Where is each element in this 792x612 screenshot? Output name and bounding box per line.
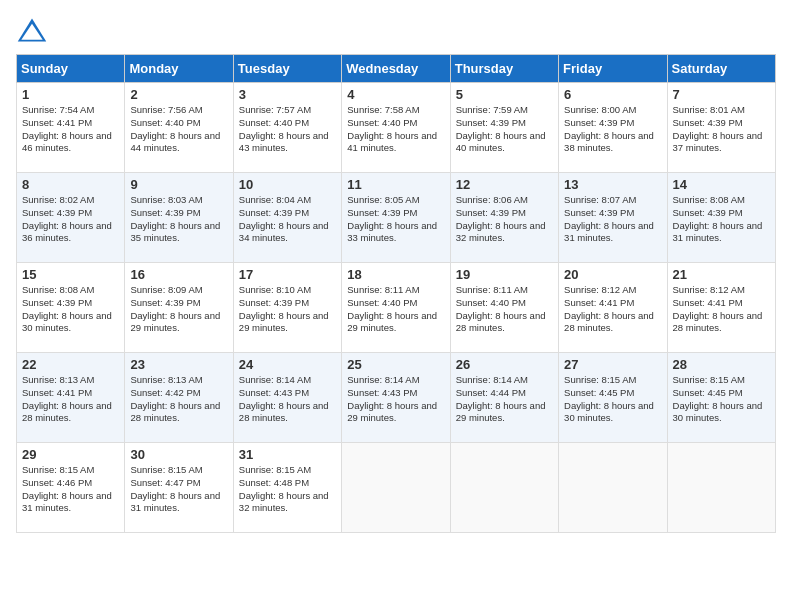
cell-info: Sunrise: 8:09 AMSunset: 4:39 PMDaylight:…: [130, 284, 227, 335]
cell-info: Sunrise: 8:13 AMSunset: 4:42 PMDaylight:…: [130, 374, 227, 425]
day-number: 21: [673, 267, 770, 282]
day-number: 12: [456, 177, 553, 192]
col-header-thursday: Thursday: [450, 55, 558, 83]
calendar-cell: 8 Sunrise: 8:02 AMSunset: 4:39 PMDayligh…: [17, 173, 125, 263]
calendar-header-row: SundayMondayTuesdayWednesdayThursdayFrid…: [17, 55, 776, 83]
cell-info: Sunrise: 8:12 AMSunset: 4:41 PMDaylight:…: [673, 284, 770, 335]
day-number: 3: [239, 87, 336, 102]
calendar-cell: 26 Sunrise: 8:14 AMSunset: 4:44 PMDaylig…: [450, 353, 558, 443]
cell-info: Sunrise: 8:06 AMSunset: 4:39 PMDaylight:…: [456, 194, 553, 245]
calendar-cell: 16 Sunrise: 8:09 AMSunset: 4:39 PMDaylig…: [125, 263, 233, 353]
logo: [16, 16, 52, 44]
calendar-cell: 14 Sunrise: 8:08 AMSunset: 4:39 PMDaylig…: [667, 173, 775, 263]
cell-info: Sunrise: 7:58 AMSunset: 4:40 PMDaylight:…: [347, 104, 444, 155]
day-number: 15: [22, 267, 119, 282]
calendar-cell: 28 Sunrise: 8:15 AMSunset: 4:45 PMDaylig…: [667, 353, 775, 443]
calendar-cell: 23 Sunrise: 8:13 AMSunset: 4:42 PMDaylig…: [125, 353, 233, 443]
calendar-cell: 19 Sunrise: 8:11 AMSunset: 4:40 PMDaylig…: [450, 263, 558, 353]
day-number: 7: [673, 87, 770, 102]
cell-info: Sunrise: 8:03 AMSunset: 4:39 PMDaylight:…: [130, 194, 227, 245]
calendar-cell: 17 Sunrise: 8:10 AMSunset: 4:39 PMDaylig…: [233, 263, 341, 353]
cell-info: Sunrise: 8:15 AMSunset: 4:46 PMDaylight:…: [22, 464, 119, 515]
cell-info: Sunrise: 8:15 AMSunset: 4:47 PMDaylight:…: [130, 464, 227, 515]
cell-info: Sunrise: 8:11 AMSunset: 4:40 PMDaylight:…: [347, 284, 444, 335]
calendar-cell: 15 Sunrise: 8:08 AMSunset: 4:39 PMDaylig…: [17, 263, 125, 353]
calendar-cell: 7 Sunrise: 8:01 AMSunset: 4:39 PMDayligh…: [667, 83, 775, 173]
calendar-cell: 25 Sunrise: 8:14 AMSunset: 4:43 PMDaylig…: [342, 353, 450, 443]
cell-info: Sunrise: 8:14 AMSunset: 4:43 PMDaylight:…: [239, 374, 336, 425]
cell-info: Sunrise: 8:08 AMSunset: 4:39 PMDaylight:…: [22, 284, 119, 335]
cell-info: Sunrise: 8:08 AMSunset: 4:39 PMDaylight:…: [673, 194, 770, 245]
cell-info: Sunrise: 8:01 AMSunset: 4:39 PMDaylight:…: [673, 104, 770, 155]
day-number: 8: [22, 177, 119, 192]
calendar-cell: 6 Sunrise: 8:00 AMSunset: 4:39 PMDayligh…: [559, 83, 667, 173]
calendar-cell: 20 Sunrise: 8:12 AMSunset: 4:41 PMDaylig…: [559, 263, 667, 353]
cell-info: Sunrise: 8:05 AMSunset: 4:39 PMDaylight:…: [347, 194, 444, 245]
day-number: 23: [130, 357, 227, 372]
calendar-cell: 31 Sunrise: 8:15 AMSunset: 4:48 PMDaylig…: [233, 443, 341, 533]
calendar-cell: 12 Sunrise: 8:06 AMSunset: 4:39 PMDaylig…: [450, 173, 558, 263]
cell-info: Sunrise: 7:54 AMSunset: 4:41 PMDaylight:…: [22, 104, 119, 155]
col-header-friday: Friday: [559, 55, 667, 83]
calendar-table: SundayMondayTuesdayWednesdayThursdayFrid…: [16, 54, 776, 533]
calendar-cell: 2 Sunrise: 7:56 AMSunset: 4:40 PMDayligh…: [125, 83, 233, 173]
col-header-saturday: Saturday: [667, 55, 775, 83]
calendar-week-1: 1 Sunrise: 7:54 AMSunset: 4:41 PMDayligh…: [17, 83, 776, 173]
day-number: 18: [347, 267, 444, 282]
calendar-cell: [559, 443, 667, 533]
calendar-week-4: 22 Sunrise: 8:13 AMSunset: 4:41 PMDaylig…: [17, 353, 776, 443]
cell-info: Sunrise: 8:15 AMSunset: 4:48 PMDaylight:…: [239, 464, 336, 515]
day-number: 11: [347, 177, 444, 192]
calendar-cell: 30 Sunrise: 8:15 AMSunset: 4:47 PMDaylig…: [125, 443, 233, 533]
calendar-cell: 9 Sunrise: 8:03 AMSunset: 4:39 PMDayligh…: [125, 173, 233, 263]
calendar-week-5: 29 Sunrise: 8:15 AMSunset: 4:46 PMDaylig…: [17, 443, 776, 533]
calendar-cell: 11 Sunrise: 8:05 AMSunset: 4:39 PMDaylig…: [342, 173, 450, 263]
cell-info: Sunrise: 8:13 AMSunset: 4:41 PMDaylight:…: [22, 374, 119, 425]
calendar-cell: 29 Sunrise: 8:15 AMSunset: 4:46 PMDaylig…: [17, 443, 125, 533]
logo-icon: [16, 16, 48, 44]
cell-info: Sunrise: 8:15 AMSunset: 4:45 PMDaylight:…: [673, 374, 770, 425]
day-number: 31: [239, 447, 336, 462]
cell-info: Sunrise: 8:04 AMSunset: 4:39 PMDaylight:…: [239, 194, 336, 245]
calendar-cell: [667, 443, 775, 533]
cell-info: Sunrise: 8:11 AMSunset: 4:40 PMDaylight:…: [456, 284, 553, 335]
calendar-cell: 4 Sunrise: 7:58 AMSunset: 4:40 PMDayligh…: [342, 83, 450, 173]
day-number: 10: [239, 177, 336, 192]
day-number: 20: [564, 267, 661, 282]
cell-info: Sunrise: 8:15 AMSunset: 4:45 PMDaylight:…: [564, 374, 661, 425]
day-number: 26: [456, 357, 553, 372]
calendar-cell: 10 Sunrise: 8:04 AMSunset: 4:39 PMDaylig…: [233, 173, 341, 263]
calendar-cell: 5 Sunrise: 7:59 AMSunset: 4:39 PMDayligh…: [450, 83, 558, 173]
day-number: 14: [673, 177, 770, 192]
calendar-cell: 27 Sunrise: 8:15 AMSunset: 4:45 PMDaylig…: [559, 353, 667, 443]
cell-info: Sunrise: 8:00 AMSunset: 4:39 PMDaylight:…: [564, 104, 661, 155]
day-number: 17: [239, 267, 336, 282]
calendar-cell: 3 Sunrise: 7:57 AMSunset: 4:40 PMDayligh…: [233, 83, 341, 173]
cell-info: Sunrise: 7:59 AMSunset: 4:39 PMDaylight:…: [456, 104, 553, 155]
day-number: 27: [564, 357, 661, 372]
day-number: 30: [130, 447, 227, 462]
calendar-cell: 13 Sunrise: 8:07 AMSunset: 4:39 PMDaylig…: [559, 173, 667, 263]
day-number: 16: [130, 267, 227, 282]
day-number: 1: [22, 87, 119, 102]
day-number: 5: [456, 87, 553, 102]
col-header-wednesday: Wednesday: [342, 55, 450, 83]
col-header-monday: Monday: [125, 55, 233, 83]
day-number: 24: [239, 357, 336, 372]
cell-info: Sunrise: 7:57 AMSunset: 4:40 PMDaylight:…: [239, 104, 336, 155]
calendar-cell: 1 Sunrise: 7:54 AMSunset: 4:41 PMDayligh…: [17, 83, 125, 173]
cell-info: Sunrise: 8:14 AMSunset: 4:44 PMDaylight:…: [456, 374, 553, 425]
calendar-week-2: 8 Sunrise: 8:02 AMSunset: 4:39 PMDayligh…: [17, 173, 776, 263]
calendar-cell: 22 Sunrise: 8:13 AMSunset: 4:41 PMDaylig…: [17, 353, 125, 443]
calendar-cell: 24 Sunrise: 8:14 AMSunset: 4:43 PMDaylig…: [233, 353, 341, 443]
calendar-cell: [342, 443, 450, 533]
cell-info: Sunrise: 8:12 AMSunset: 4:41 PMDaylight:…: [564, 284, 661, 335]
day-number: 9: [130, 177, 227, 192]
day-number: 6: [564, 87, 661, 102]
day-number: 13: [564, 177, 661, 192]
col-header-tuesday: Tuesday: [233, 55, 341, 83]
page-header: [16, 16, 776, 44]
day-number: 22: [22, 357, 119, 372]
day-number: 29: [22, 447, 119, 462]
cell-info: Sunrise: 8:10 AMSunset: 4:39 PMDaylight:…: [239, 284, 336, 335]
